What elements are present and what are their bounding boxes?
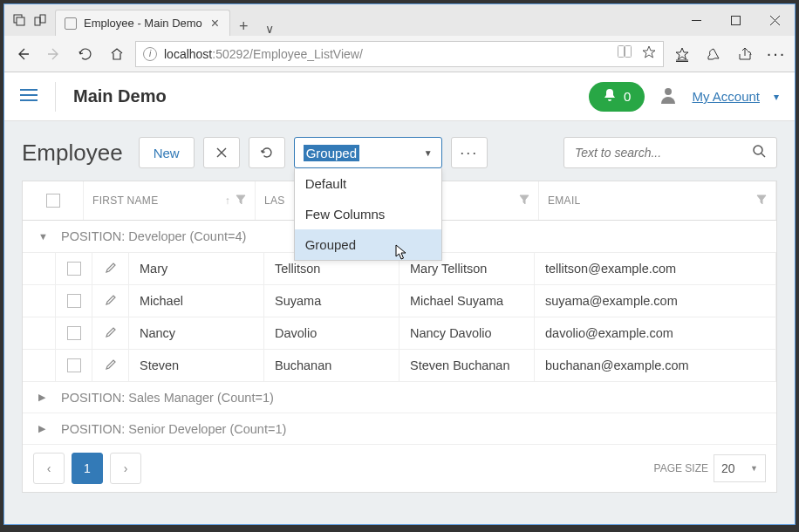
page-size-select[interactable]: 20▼ [714, 454, 766, 482]
url-field[interactable]: i localhost:50292/Employee_ListView/ [135, 41, 664, 67]
header-divider [55, 82, 56, 112]
account-link[interactable]: My Account [692, 89, 760, 104]
reader-icon[interactable] [618, 45, 632, 62]
expand-icon[interactable]: ▶ [38, 423, 49, 434]
svg-rect-5 [732, 16, 741, 24]
page-number[interactable]: 1 [72, 453, 103, 484]
url-path: /Employee_ListView/ [249, 47, 363, 61]
close-button[interactable] [755, 4, 795, 36]
view-select-value: Grouped [304, 145, 359, 161]
page-icon [65, 17, 77, 30]
window-controls [677, 4, 795, 36]
svg-rect-2 [35, 17, 40, 25]
filter-icon[interactable] [519, 194, 529, 208]
caret-down-icon: ▼ [750, 464, 758, 473]
share-button[interactable] [732, 41, 758, 67]
view-select-dropdown: Default Few Columns Grouped [294, 168, 442, 261]
header-select-all[interactable] [23, 181, 84, 220]
svg-rect-3 [40, 15, 45, 23]
back-button[interactable] [10, 41, 36, 67]
browser-tab[interactable]: Employee - Main Demo × [55, 10, 230, 36]
new-tab-button[interactable]: + [230, 17, 256, 36]
column-first-name[interactable]: First Name↑ [84, 181, 256, 220]
svg-point-18 [754, 146, 762, 154]
chevron-down-icon[interactable]: ▾ [774, 91, 779, 103]
edit-icon[interactable] [105, 326, 117, 341]
window-restore-icon[interactable] [34, 14, 46, 26]
tab-close-button[interactable]: × [209, 16, 221, 31]
search-icon[interactable] [752, 144, 766, 161]
caret-down-icon: ▼ [424, 148, 433, 158]
checkbox[interactable] [46, 194, 60, 208]
expand-icon[interactable]: ▶ [38, 392, 49, 403]
content-area: Employee New Grouped ▼ Default Few Colum… [4, 121, 795, 524]
sort-asc-icon[interactable]: ↑ [225, 194, 230, 208]
edit-icon[interactable] [105, 262, 117, 276]
group-row[interactable]: ▶ POSITION: Senior Developer (Count=1) [23, 413, 776, 444]
pager: ‹ 1 › PAGE SIZE 20▼ [23, 444, 776, 492]
collapse-icon[interactable]: ▼ [38, 231, 49, 242]
tab-chevron-icon[interactable]: ∨ [256, 22, 283, 36]
svg-rect-8 [618, 46, 625, 58]
group-label: POSITION: Sales Manager (Count=1) [61, 391, 274, 405]
browser-window: Employee - Main Demo × + ∨ i localhost:5… [3, 3, 796, 525]
minimize-button[interactable] [677, 4, 716, 36]
notifications-button[interactable]: 0 [589, 82, 645, 112]
tab-title: Employee - Main Demo [84, 17, 202, 30]
forward-button[interactable] [41, 41, 67, 67]
next-page-button[interactable]: › [110, 453, 141, 484]
user-icon[interactable] [659, 85, 678, 108]
more-button[interactable]: ··· [763, 41, 789, 67]
view-toolbar: Employee New Grouped ▼ Default Few Colum… [22, 137, 777, 168]
checkbox[interactable] [67, 294, 81, 308]
app-header: Main Demo 0 My Account ▾ [4, 72, 795, 121]
filter-icon[interactable] [236, 194, 246, 208]
group-label: POSITION: Senior Developer (Count=1) [61, 422, 286, 436]
view-option-few-columns[interactable]: Few Columns [295, 199, 441, 229]
table-row[interactable]: Nancy Davolio Nancy Davolio davolio@exam… [23, 317, 776, 349]
new-button[interactable]: New [139, 137, 195, 168]
view-option-default[interactable]: Default [295, 168, 441, 199]
reload-button[interactable] [249, 137, 285, 168]
group-label: POSITION: Developer (Count=4) [61, 229, 246, 243]
column-email[interactable]: Email [539, 181, 776, 220]
maximize-button[interactable] [716, 4, 755, 36]
checkbox[interactable] [67, 262, 81, 276]
prev-page-button[interactable]: ‹ [33, 453, 65, 484]
table-row[interactable]: Steven Buchanan Steven Buchanan buchanan… [23, 349, 776, 381]
view-option-grouped[interactable]: Grouped [295, 229, 441, 260]
refresh-button[interactable] [72, 41, 99, 67]
edit-icon[interactable] [105, 294, 117, 309]
notification-count: 0 [624, 89, 631, 104]
svg-point-15 [665, 88, 672, 95]
view-select[interactable]: Grouped ▼ Default Few Columns Grouped [294, 137, 442, 168]
url-host: localhost [164, 47, 212, 61]
bell-icon [603, 88, 617, 106]
edit-icon[interactable] [105, 358, 117, 373]
favorites-button[interactable] [669, 41, 695, 67]
page-content: Main Demo 0 My Account ▾ Employee New [4, 72, 795, 524]
hamburger-button[interactable] [20, 88, 38, 106]
url-port: :50292 [212, 47, 249, 61]
home-button[interactable] [104, 41, 130, 67]
tab-strip: Employee - Main Demo × + ∨ [55, 4, 283, 36]
address-bar: i localhost:50292/Employee_ListView/ ··· [4, 36, 795, 72]
window-cascade-icon[interactable] [13, 14, 25, 26]
search-input[interactable] [575, 146, 752, 160]
favorite-icon[interactable] [642, 45, 656, 62]
svg-rect-1 [17, 17, 24, 25]
clear-button[interactable] [203, 137, 240, 168]
notes-button[interactable] [700, 41, 727, 67]
svg-rect-9 [625, 46, 632, 58]
group-row[interactable]: ▶ POSITION: Sales Manager (Count=1) [23, 381, 776, 413]
table-row[interactable]: Michael Suyama Michael Suyama suyama@exa… [23, 284, 776, 317]
site-info-icon[interactable]: i [143, 47, 157, 61]
titlebar: Employee - Main Demo × + ∨ [4, 4, 795, 36]
checkbox[interactable] [67, 358, 81, 372]
filter-icon[interactable] [756, 194, 767, 208]
app-name: Main Demo [73, 86, 167, 106]
checkbox[interactable] [67, 326, 81, 340]
view-title: Employee [22, 140, 123, 167]
search-box[interactable] [563, 137, 777, 168]
overflow-button[interactable]: ··· [451, 137, 488, 168]
